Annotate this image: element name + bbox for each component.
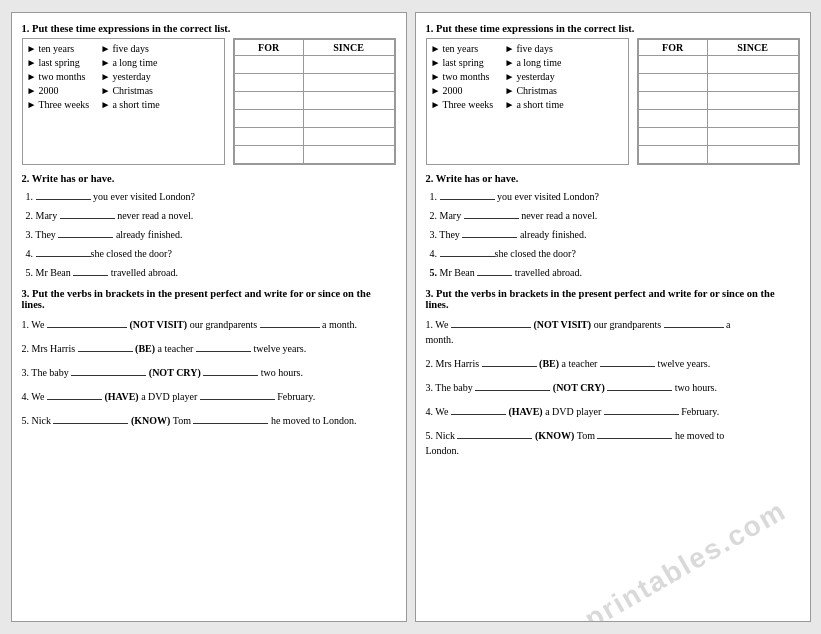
blank [260,316,320,328]
table-row [638,128,798,146]
list-item: 5. Mr Bean travelled abroad. [26,264,396,280]
blank [47,316,127,328]
blank [477,264,512,276]
bold-text: 5. [430,267,438,278]
expr-text: 2000 [442,85,462,96]
verb-bracket: (NOT CRY) [553,382,605,393]
table-row [234,110,394,128]
expr-text: a long time [516,57,561,68]
right-expr-cell-4-1: ►a short time [505,99,575,110]
right-expr-cell-0-1: ►five days [505,43,575,54]
right-expr-row-2: ►two months ►yesterday [431,71,624,82]
expr-text: yesterday [112,71,150,82]
blank [664,316,724,328]
verb-bracket: (NOT VISIT) [533,319,591,330]
expr-text: five days [516,43,552,54]
list-item: 1. you ever visited London? [26,188,396,204]
arrow-icon: ► [505,57,515,68]
left-for-since-table: FOR SINCE [233,38,396,165]
list-item: 2. Mary never read a novel. [26,207,396,223]
right-expr-cell-2-1: ►yesterday [505,71,575,82]
blank [203,364,258,376]
arrow-icon: ► [101,57,111,68]
left-expr-row-1: ►last spring ►a long time [27,57,220,68]
worksheet-container: 1. Put these time expressions in the cor… [11,12,811,622]
expr-text: a long time [112,57,157,68]
right-expr-row-1: ►last spring ►a long time [431,57,624,68]
expr-text: 2000 [38,85,58,96]
blank [73,264,108,276]
list-item: 3. They already finished. [26,226,396,242]
blank [600,355,655,367]
left-expr-cell-4-0: ►Three weeks [27,99,97,110]
list-item: 4. We (HAVE) a DVD player February. [22,388,396,404]
expr-text: two months [38,71,85,82]
verb-bracket: (KNOW) [535,430,574,441]
right-expr-cell-1-1: ►a long time [505,57,575,68]
right-section2: 2. Write has or have. 1. you ever visite… [426,173,800,280]
list-item: 4. she closed the door? [430,245,800,261]
arrow-icon: ► [431,43,441,54]
list-item: 1. We (NOT VISIT) our grandparents a mon… [22,316,396,332]
left-expr-cell-3-1: ►Christmas [101,85,171,96]
left-expr-cell-0-1: ►five days [101,43,171,54]
right-pres-perf-list: 1. We (NOT VISIT) our grandparents amont… [426,316,800,458]
left-section2: 2. Write has or have. 1. you ever visite… [22,173,396,280]
right-section1-title: 1. Put these time expressions in the cor… [426,23,800,34]
right-section3-title: 3. Put the verbs in brackets in the pres… [426,288,800,310]
arrow-icon: ► [27,99,37,110]
expr-text: five days [112,43,148,54]
arrow-icon: ► [505,85,515,96]
blank [47,388,102,400]
list-item: 5. Nick (KNOW) Tom he moved to London. [22,412,396,428]
right-sentence-list: 1. you ever visited London? 2. Mary neve… [426,188,800,280]
arrow-icon: ► [101,71,111,82]
left-section3-title: 3. Put the verbs in brackets in the pres… [22,288,396,310]
blank [451,403,506,415]
blank [53,412,128,424]
expr-text: a short time [112,99,159,110]
arrow-icon: ► [431,99,441,110]
list-item: 4. she closed the door? [26,245,396,261]
left-section2-title: 2. Write has or have. [22,173,396,184]
right-top-section: ►ten years ►five days ►last spring ►a lo… [426,38,800,165]
blank [36,188,91,200]
blank [475,379,550,391]
list-item: 3. They already finished. [430,226,800,242]
watermark: printables.com [580,494,793,622]
list-item: 4. We (HAVE) a DVD player February. [426,403,800,419]
left-expr-row-0: ►ten years ►five days [27,43,220,54]
blank [604,403,679,415]
blank [440,188,495,200]
list-item: 5. Mr Bean travelled abroad. [430,264,800,280]
expr-text: last spring [442,57,483,68]
blank [193,412,268,424]
right-for-since-table: FOR SINCE [637,38,800,165]
blank [462,226,517,238]
left-time-expressions: ►ten years ►five days ►last spring ►a lo… [22,38,225,165]
arrow-icon: ► [101,99,111,110]
left-expr-cell-0-0: ►ten years [27,43,97,54]
verb-bracket: (NOT CRY) [149,367,201,378]
table-row [234,146,394,164]
blank [196,340,251,352]
since-header: SINCE [707,40,798,56]
expr-text: ten years [38,43,74,54]
expr-text: Three weeks [38,99,89,110]
right-expr-cell-2-0: ►two months [431,71,501,82]
left-expr-cell-4-1: ►a short time [101,99,171,110]
verb-bracket: (NOT VISIT) [129,319,187,330]
list-item: 2. Mary never read a novel. [430,207,800,223]
blank [440,245,495,257]
right-section3: 3. Put the verbs in brackets in the pres… [426,288,800,458]
blank [78,340,133,352]
list-item: 1. We (NOT VISIT) our grandparents amont… [426,316,800,347]
blank [457,427,532,439]
arrow-icon: ► [505,99,515,110]
blank [464,207,519,219]
right-expr-cell-1-0: ►last spring [431,57,501,68]
list-item: 2. Mrs Harris (BE) a teacher twelve year… [426,355,800,371]
blank [71,364,146,376]
blank [58,226,113,238]
right-half: 1. Put these time expressions in the cor… [415,12,811,622]
